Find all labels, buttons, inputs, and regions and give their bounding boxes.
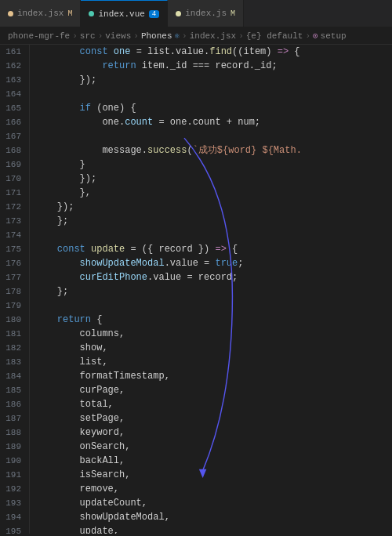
breadcrumb: phone-mgr-fe › src › views › Phones ⚛ › … (0, 27, 392, 45)
code-line-184: formatTimestamp, (34, 369, 392, 383)
bc-part-4: index.jsx (190, 31, 236, 41)
bc-part-3: views (105, 31, 131, 41)
code-line-186: total, (34, 397, 392, 411)
code-line-193: updateCount, (34, 496, 392, 510)
code-line-187: setPage, (34, 411, 392, 426)
bc-phones-icon: ⚛ (174, 31, 180, 41)
code-line-185: curPage, (34, 383, 392, 397)
code-line-181: columns, (34, 327, 392, 341)
code-line-179 (34, 299, 392, 313)
code-line-191: isSearch, (34, 468, 392, 482)
code-line-163: }); (34, 73, 392, 87)
code-line-162: return item._id === record._id; (34, 59, 392, 73)
bc-part-7: setup (321, 31, 347, 41)
code-line-167 (34, 129, 392, 143)
code-content: const one = list.value.find((item) => { … (30, 45, 392, 534)
tab-dot-jsx (8, 11, 13, 16)
code-line-176: showUpdateModal.value = true; (34, 256, 392, 270)
code-line-164 (34, 87, 392, 101)
tab-label-jsx: index.jsx (17, 9, 64, 18)
tab-dot-js (176, 11, 181, 16)
code-line-177: curEditPhone.value = record; (34, 270, 392, 284)
code-line-178: }; (34, 284, 392, 299)
bc-part-1: phone-mgr-fe (8, 31, 70, 41)
code-line-175: const update = ({ record }) => { (34, 242, 392, 256)
code-line-166: one.count = one.count + num; (34, 115, 392, 129)
tab-index-js[interactable]: index.js M (168, 0, 244, 27)
tab-label-js: index.js (185, 9, 227, 18)
bc-part-phones: Phones (141, 31, 172, 41)
bc-part-2: src (80, 31, 96, 41)
code-line-165: if (one) { (34, 101, 392, 115)
code-line-192: remove, (34, 482, 392, 496)
tab-modified-jsx: M (67, 9, 72, 18)
bc-part-6: ⊙ (313, 31, 318, 41)
tab-dot-vue (89, 11, 94, 16)
tab-bar: index.jsx M index.vue 4 index.js M (0, 0, 392, 27)
bc-part-5: {e} default (246, 31, 303, 41)
tab-index-jsx[interactable]: index.jsx M (0, 0, 81, 27)
tab-modified-js: M (230, 9, 235, 18)
code-line-194: showUpdateModal, (34, 510, 392, 524)
tab-badge-vue: 4 (149, 10, 159, 18)
code-line-188: keyword, (34, 426, 392, 440)
code-area: 161 162 163 164 165 166 167 168 169 170 … (0, 45, 392, 534)
code-line-161: const one = list.value.find((item) => { (34, 45, 392, 59)
line-numbers: 161 162 163 164 165 166 167 168 169 170 … (0, 45, 30, 534)
code-line-169: } (34, 158, 392, 172)
code-line-183: list, (34, 355, 392, 369)
code-line-170: }); (34, 172, 392, 186)
code-line-174 (34, 228, 392, 242)
tab-index-vue[interactable]: index.vue 4 (81, 0, 168, 27)
code-line-172: }); (34, 200, 392, 214)
code-line-180: return { (34, 313, 392, 327)
code-line-173: }; (34, 214, 392, 228)
code-line-182: show, (34, 341, 392, 355)
code-line-171: }, (34, 186, 392, 200)
tab-label-vue: index.vue (98, 9, 144, 19)
code-line-189: onSearch, (34, 440, 392, 454)
code-line-195: update, (34, 524, 392, 534)
code-line-190: backAll, (34, 454, 392, 468)
code-line-168: message.success(`成功${word} ${Math. (34, 143, 392, 158)
